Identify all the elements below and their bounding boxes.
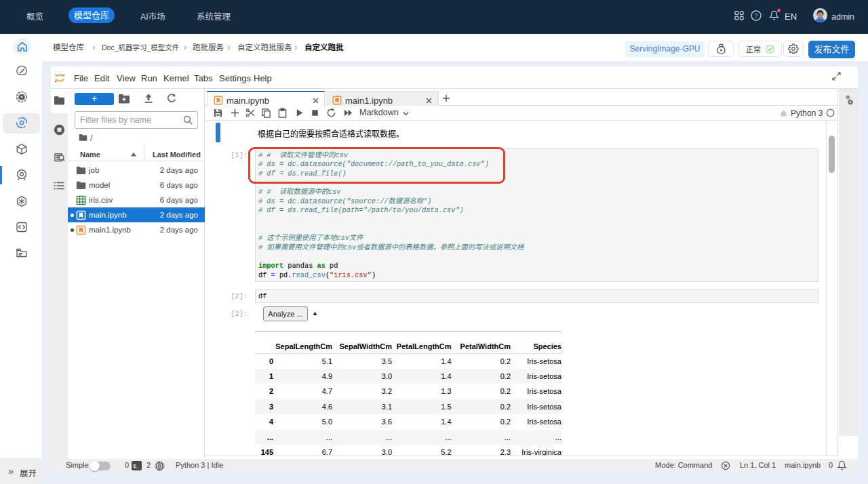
svg-text:?: ? (754, 12, 757, 19)
svg-text:$_: $_ (133, 463, 140, 469)
